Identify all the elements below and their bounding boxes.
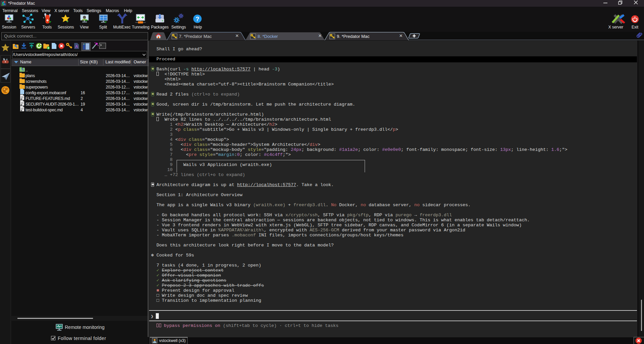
svg-text:?: ? [196,16,199,22]
svg-text:A: A [75,44,78,49]
